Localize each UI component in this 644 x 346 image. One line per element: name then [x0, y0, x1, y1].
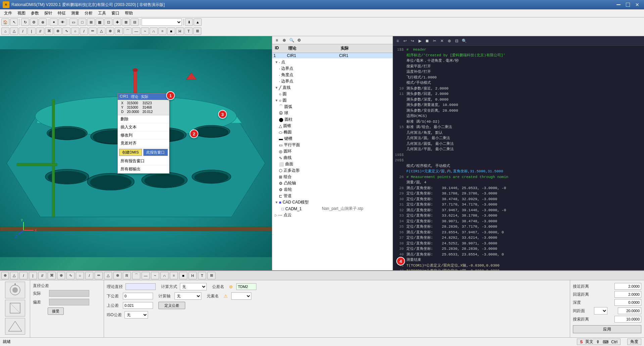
tb-arch[interactable]: ∩ — [150, 27, 158, 35]
bt-icon18[interactable]: ∩ — [160, 272, 168, 279]
tree-item-parallel-plane[interactable]: ▭ 平行平面 — [274, 142, 391, 148]
tb-meas5[interactable]: ⊟ — [131, 18, 139, 26]
bt-icon5[interactable]: // — [38, 272, 46, 279]
code-tool-6[interactable]: ✂ — [431, 38, 438, 44]
bt-icon4[interactable]: | — [29, 272, 37, 279]
tb-grid2[interactable]: ⊞ — [193, 27, 201, 35]
tree-row-cir1[interactable]: 1 CIR1 CIR1 — [272, 53, 393, 58]
tb-move[interactable]: ✦ — [50, 18, 58, 26]
menu-tools[interactable]: 工具 — [95, 10, 109, 17]
tb-grid[interactable]: ⊞ — [87, 18, 95, 26]
create-dmis-btn[interactable]: 创建DMIS — [119, 149, 142, 156]
tree-item-curve[interactable]: ∿ 曲线 — [274, 155, 391, 161]
iso-tol-select[interactable]: 无 — [125, 311, 148, 319]
maximize-btn[interactable] — [624, 2, 632, 8]
accept-btn[interactable]: 接受 — [48, 307, 64, 315]
tb-arc[interactable]: ⌒ — [123, 27, 132, 35]
search-input[interactable] — [614, 316, 641, 323]
viewport-3d[interactable]: X Y Z CIR1 CIR1 理论 实际 — [0, 36, 272, 270]
apply-btn[interactable]: 应用 — [573, 325, 641, 333]
tree-item-boundary-pt[interactable]: · 边界点 — [274, 65, 391, 72]
report-window-btn[interactable]: 此报告窗口 — [143, 149, 168, 156]
tree-tool-icon4[interactable]: ⚙ — [296, 37, 302, 43]
bt-icon16[interactable]: — — [142, 272, 150, 279]
depth-input[interactable] — [614, 299, 641, 306]
tree-item-line[interactable]: ▼ ╱ 直线 — [274, 84, 391, 91]
tb-curve[interactable]: ∿ — [62, 27, 70, 35]
tb-eq[interactable]: = — [158, 27, 166, 35]
tb-circ2[interactable]: ⊗ — [106, 27, 114, 35]
tree-item-pipe[interactable]: ⊏ 管道 — [274, 193, 391, 199]
code-tool-8[interactable]: ⊕ — [446, 38, 453, 44]
tree-item-ring[interactable]: ◎ 圆环 — [274, 148, 391, 155]
tree-item-sphere[interactable]: ⦿ 球 — [274, 110, 391, 116]
bt-icon14[interactable]: R — [123, 272, 131, 279]
context-item-all-reports[interactable]: 所有报告窗口 — [118, 157, 169, 165]
tb-box[interactable]: □ — [78, 18, 86, 26]
bt-icon10[interactable]: / — [85, 272, 93, 279]
code-tool-5[interactable]: ⏹ — [424, 38, 431, 44]
bt-icon11[interactable]: ✏ — [95, 272, 103, 279]
tb-sqr[interactable]: ■ — [167, 27, 175, 35]
bt-icon1[interactable]: ⊕ — [1, 272, 9, 279]
tb-wave[interactable]: ~ — [141, 27, 149, 35]
bt-icon17[interactable]: ~ — [151, 272, 159, 279]
upper-tol-input[interactable] — [123, 302, 153, 309]
context-menu-theory-tab[interactable]: 理论 — [131, 94, 138, 99]
tree-expand-cad[interactable]: ▼ — [275, 200, 278, 204]
menu-help[interactable]: 帮助 — [122, 10, 136, 17]
tree-item-cone[interactable]: △ 圆锥 — [274, 123, 391, 129]
tree-item-angle-pt[interactable]: · 角度点 — [274, 72, 391, 78]
context-item-export-all[interactable]: 所有都输出 — [118, 165, 169, 173]
tb-nav-para[interactable]: // — [36, 27, 44, 35]
bt-icon20[interactable]: ■ — [179, 272, 187, 279]
tb-r[interactable]: R — [115, 27, 123, 35]
bt-icon7[interactable]: ⊕ — [57, 272, 65, 279]
context-item-align[interactable]: 竟差对齐 — [118, 139, 169, 148]
tree-expand-1[interactable]: ▼ — [275, 60, 278, 64]
tb-slash[interactable]: / — [80, 27, 88, 35]
menu-view[interactable]: 视图 — [15, 10, 28, 17]
bt-icon6[interactable]: ⌘ — [48, 272, 56, 279]
tree-item-boundary-pt2[interactable]: · 边界点 — [274, 78, 391, 84]
lower-tol-input[interactable] — [123, 293, 153, 299]
tb-dropdown1[interactable] — [142, 18, 182, 26]
bt-icon15[interactable]: ⌒ — [132, 272, 140, 279]
minimize-btn[interactable] — [614, 2, 623, 8]
tree-item-cad[interactable]: ▼ ■ CAD CAD模型 — [274, 199, 391, 206]
tb-eye[interactable]: 👁 — [58, 18, 66, 26]
tree-tool-icon3[interactable]: 🔍 — [288, 37, 295, 43]
menu-param[interactable]: 参数 — [28, 10, 42, 17]
code-tool-3[interactable]: ↪ — [409, 38, 416, 44]
tree-item-arc[interactable]: ○ 圆 — [274, 91, 391, 97]
tree-tool-icon2[interactable]: ⊕ — [281, 37, 288, 43]
tol-name-input[interactable] — [236, 283, 256, 290]
tb-refresh[interactable]: ↻ — [21, 18, 29, 26]
tb-probe[interactable]: ⊕ — [39, 18, 47, 26]
tb-nav-diag[interactable]: / — [19, 27, 27, 35]
code-tool-9[interactable]: ⊟ — [453, 38, 460, 44]
clearance-input[interactable] — [618, 307, 641, 314]
elem-name-select[interactable] — [231, 292, 251, 300]
tb-sym[interactable]: ⌘ — [45, 27, 53, 35]
tree-item-gear[interactable]: ⚙ 齿轮 — [274, 186, 391, 193]
probe-view-2[interactable] — [5, 300, 25, 316]
tree-expand-2[interactable]: ▼ — [275, 86, 278, 90]
context-item-modify-col[interactable]: 修改列 — [118, 131, 169, 139]
menu-feature[interactable]: 特征 — [55, 10, 68, 17]
tb-import[interactable]: ⬇ — [185, 18, 193, 26]
tb-meas2[interactable]: ⊡ — [104, 18, 112, 26]
tree-item-circle[interactable]: ▼ ○ 圆 — [274, 97, 391, 104]
retract-input[interactable] — [614, 291, 641, 298]
tb-rect[interactable]: ▭ — [69, 18, 78, 26]
code-content[interactable]: 1$$ # Header 程序标志/'Created by [爱科鹏瑞科技(北京… — [393, 46, 644, 270]
calc-select[interactable]: 无 — [175, 292, 201, 300]
tree-item-polygon[interactable]: ⬡ 正多边形 — [274, 167, 391, 174]
context-item-insert-text[interactable]: 插入文本 — [118, 123, 169, 131]
tb-meas3[interactable]: ✚ — [113, 18, 121, 26]
code-tool-1[interactable]: ≡ — [394, 38, 401, 44]
bt-icon2[interactable]: △ — [10, 272, 18, 279]
close-btn[interactable]: ✕ — [633, 2, 641, 8]
bt-icon8[interactable]: ∿ — [66, 272, 75, 279]
calc-method-select[interactable]: 无 — [180, 283, 207, 290]
